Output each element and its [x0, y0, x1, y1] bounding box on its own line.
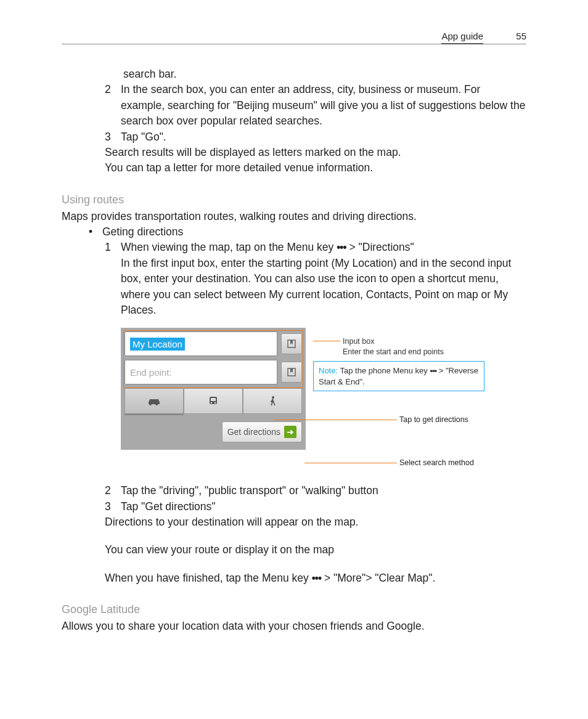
bullet-text: Geting directions	[102, 224, 183, 240]
list-number: 2	[105, 82, 121, 129]
svg-point-4	[211, 402, 213, 404]
list-text: When viewing the map, tap on the Menu ke…	[121, 240, 526, 318]
mode-row	[125, 388, 302, 415]
bullet-item: • Geting directions	[62, 224, 526, 240]
callouts: Input box Enter the start and end points…	[313, 328, 484, 397]
list-item: 1 When viewing the map, tap on the Menu …	[105, 240, 526, 318]
svg-point-5	[214, 402, 216, 404]
list-number: 1	[105, 240, 121, 318]
body-text: When you have finished, tap the Menu key…	[105, 571, 526, 586]
svg-point-6	[272, 396, 274, 399]
callout: Select search method	[304, 458, 526, 467]
list-text: Tap "Get directions"	[121, 499, 526, 514]
body-text: Allows you to share your location data w…	[62, 619, 526, 634]
section-heading: Google Latitude	[62, 603, 526, 616]
mode-transit[interactable]	[184, 388, 243, 414]
list-item: 3 Tap "Go".	[105, 129, 526, 145]
list-text: Tap the "driving", "public transport" or…	[121, 483, 526, 498]
bookmark-icon[interactable]	[281, 362, 302, 383]
note-label: Note:	[319, 366, 338, 375]
lower-callouts: Tap to get directions Select search meth…	[121, 415, 526, 467]
header-title: App guide	[441, 31, 483, 44]
top-block: search bar.	[62, 67, 526, 82]
routes-list: 1 When viewing the map, tap on the Menu …	[62, 240, 526, 318]
body-text: Search results will be displayed as lett…	[105, 145, 526, 160]
list-item: 2 In the search box, you can enter an ad…	[105, 82, 526, 129]
list-number: 3	[105, 129, 121, 145]
end-input[interactable]: End point:	[125, 360, 277, 384]
menu-key-icon: •••	[337, 241, 346, 253]
page-number: 55	[508, 31, 526, 41]
bookmark-icon[interactable]	[281, 333, 302, 354]
mode-walking[interactable]	[243, 388, 302, 414]
callout-text: Tap to get directions	[399, 415, 468, 424]
continuation-text: search bar.	[123, 67, 526, 82]
bullet-dot: •	[89, 224, 102, 240]
svg-rect-3	[211, 398, 216, 401]
end-placeholder: End point:	[130, 367, 172, 378]
list-text: In the search box, you can enter an addr…	[121, 82, 526, 129]
mode-driving[interactable]	[125, 388, 184, 415]
after-list: 2 Tap the "driving", "public transport" …	[62, 483, 526, 586]
list-item: 3 Tap "Get directions"	[105, 499, 526, 514]
callout-leader	[274, 420, 397, 420]
menu-key-icon: •••	[430, 366, 436, 375]
menu-key-icon: •••	[312, 572, 321, 584]
input-row: My Location	[125, 331, 302, 356]
document-page: App guide 55 search bar. 2 In the search…	[0, 0, 588, 672]
body-text: Directions to your destination will appe…	[105, 514, 526, 530]
input-row: End point:	[125, 360, 302, 384]
list-item: 2 Tap the "driving", "public transport" …	[105, 483, 526, 498]
body-text: Maps provides transportation routes, wal…	[62, 209, 526, 224]
top-list: 2 In the search box, you can enter an ad…	[62, 82, 526, 176]
section-heading: Using routes	[62, 193, 526, 206]
body-text: You can tap a letter for more detailed v…	[105, 160, 526, 176]
body-text: You can view your route or display it on…	[105, 542, 526, 558]
callout-text: Input box Enter the start and end points	[343, 336, 444, 357]
callout-leader	[304, 463, 397, 463]
start-input[interactable]: My Location	[125, 331, 277, 356]
list-text-cont: In the first input box, enter the starti…	[121, 256, 526, 319]
note-box: Note: Tap the phone Menu key ••• > "Reve…	[313, 361, 484, 391]
page-header: App guide 55	[62, 31, 526, 44]
my-location-chip: My Location	[130, 338, 185, 351]
callout: Input box Enter the start and end points	[313, 336, 484, 357]
list-number: 3	[105, 499, 121, 514]
callout-leader	[313, 341, 340, 341]
list-number: 2	[105, 483, 121, 498]
callout: Tap to get directions	[274, 415, 526, 424]
callout-text: Select search method	[399, 458, 474, 467]
list-text: Tap "Go".	[121, 129, 526, 145]
